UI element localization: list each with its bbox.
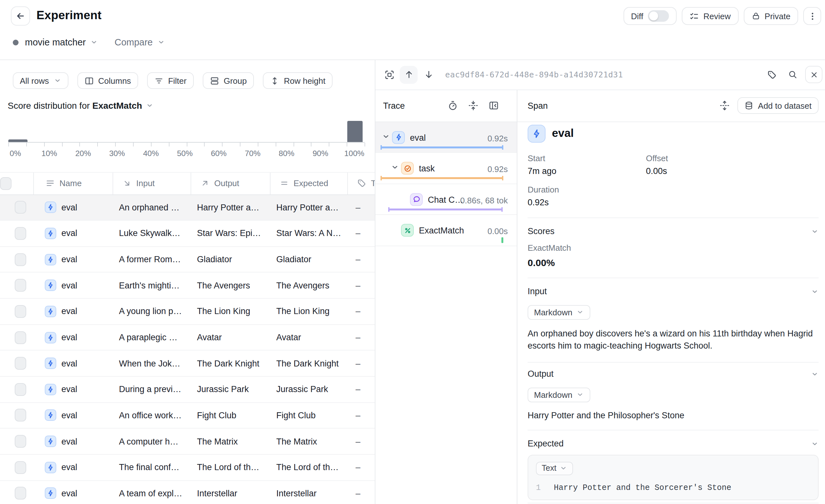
row-checkbox[interactable]: [15, 435, 26, 448]
column-header-output[interactable]: Output: [191, 173, 270, 194]
compare-dropdown[interactable]: Compare: [115, 37, 153, 47]
review-button[interactable]: Review: [682, 7, 738, 25]
row-checkbox[interactable]: [15, 383, 26, 396]
table-row[interactable]: evalAn orphaned …Harry Potter a…Harry Po…: [0, 195, 375, 221]
row-expected: The Avengers: [270, 273, 347, 298]
diff-toggle-switch[interactable]: [648, 10, 669, 22]
trace-span-row-eval[interactable]: eval0.92s: [375, 122, 517, 153]
private-button[interactable]: Private: [743, 7, 798, 25]
previous-row-button[interactable]: [400, 66, 418, 84]
chevron-down-icon: [811, 440, 819, 447]
close-panel-button[interactable]: [805, 66, 822, 83]
toolbar-button-filter[interactable]: Filter: [147, 72, 194, 89]
table-row[interactable]: evalAn office work…Fight ClubFight Club–: [0, 403, 375, 429]
table-row[interactable]: evalA former Rom…GladiatorGladiator–: [0, 247, 375, 273]
tag-button[interactable]: [763, 66, 780, 83]
more-menu-button[interactable]: [803, 7, 821, 25]
search-icon: [788, 70, 798, 80]
expand-fullscreen-button[interactable]: [380, 66, 398, 83]
chevron-down-icon[interactable]: [391, 163, 399, 171]
fold-vertical-icon[interactable]: [468, 100, 478, 111]
row-checkbox[interactable]: [15, 279, 26, 292]
next-row-button[interactable]: [420, 66, 437, 84]
output-section-header[interactable]: Output: [528, 369, 819, 378]
row-checkbox[interactable]: [15, 461, 26, 474]
eval-row-icon: [45, 410, 56, 421]
column-header-tags[interactable]: Tags: [347, 173, 375, 194]
trace-span-row-chat[interactable]: Chat C…0.86s, 68 tok: [375, 184, 517, 215]
toolbar-button-group[interactable]: Group: [203, 72, 253, 89]
status-dot: [13, 39, 18, 45]
axis-tick: [186, 143, 187, 146]
row-tags: –: [347, 273, 375, 298]
table-row[interactable]: evalA young lion p…The Lion KingThe Lion…: [0, 299, 375, 325]
table-row[interactable]: evalA computer h…The MatrixThe Matrix–: [0, 429, 375, 455]
input-section-header[interactable]: Input: [528, 287, 819, 296]
select-all-checkbox[interactable]: [0, 177, 11, 190]
output-format-select[interactable]: Markdown: [528, 387, 590, 402]
row-input: An office work…: [112, 403, 191, 428]
table-row[interactable]: evalDuring a previ…Jurassic ParkJurassic…: [0, 377, 375, 403]
experiment-name-dropdown[interactable]: movie matcher: [25, 37, 86, 47]
expected-section-header[interactable]: Expected: [528, 439, 819, 448]
back-button[interactable]: [11, 6, 30, 25]
column-header-input[interactable]: Input: [112, 173, 191, 194]
results-panel: All rowsColumnsFilterGroupRow height Sco…: [0, 60, 375, 504]
scores-section-header[interactable]: Scores: [528, 227, 819, 236]
chevron-down-icon[interactable]: [157, 39, 165, 46]
row-checkbox[interactable]: [15, 331, 26, 344]
row-checkbox[interactable]: [15, 201, 26, 214]
row-tags: –: [347, 403, 375, 428]
trace-span-row-task[interactable]: task0.92s: [375, 153, 517, 184]
row-expected: Star Wars: A N…: [270, 221, 347, 246]
eval-span-icon: [392, 131, 405, 144]
row-tags: –: [347, 429, 375, 454]
row-name: eval: [61, 489, 77, 498]
table-row[interactable]: evalThe final conf…The Lord of th…The Lo…: [0, 455, 375, 481]
table-row[interactable]: evalLuke Skywalk…Star Wars: Epi…Star War…: [0, 221, 375, 246]
chevron-down-icon: [811, 227, 819, 235]
database-icon: [744, 101, 753, 110]
diff-toggle-button[interactable]: Diff: [623, 7, 677, 25]
row-checkbox[interactable]: [15, 305, 26, 318]
chevron-down-icon[interactable]: [146, 102, 153, 110]
input-format-select[interactable]: Markdown: [528, 305, 590, 319]
collapse-panel-icon[interactable]: [489, 100, 499, 111]
table-header: NameInputOutputExpectedTags: [0, 172, 375, 195]
timer-icon[interactable]: [448, 100, 458, 111]
span-pane-header: Span Add to dataset: [517, 90, 825, 122]
add-to-dataset-button[interactable]: Add to dataset: [737, 97, 819, 114]
eval-row-icon: [45, 436, 56, 447]
table-row[interactable]: evalA paraplegic …AvatarAvatar–: [0, 325, 375, 351]
row-checkbox[interactable]: [15, 253, 26, 266]
histogram-bar[interactable]: [8, 139, 27, 142]
table-row[interactable]: evalWhen the Jok…The Dark KnightThe Dark…: [0, 351, 375, 377]
table-row[interactable]: evalEarth's mighti…The AvengersThe Aveng…: [0, 273, 375, 299]
axis-tick: [44, 143, 45, 146]
axis-tick: [151, 143, 152, 146]
row-output: The Avengers: [191, 273, 270, 298]
column-header-name[interactable]: Name: [33, 173, 112, 194]
axis-tick-label: 50%: [171, 149, 199, 158]
toolbar-button-row-height[interactable]: Row height: [263, 72, 332, 89]
row-checkbox[interactable]: [15, 357, 26, 370]
toolbar-button-columns[interactable]: Columns: [77, 72, 138, 89]
search-button[interactable]: [784, 66, 801, 83]
eval-row-icon: [45, 488, 56, 499]
unfold-vertical-icon[interactable]: [720, 100, 730, 111]
table-row[interactable]: evalA team of expl…InterstellarInterstel…: [0, 481, 375, 504]
trace-span-row-score[interactable]: ExactMatch0.00s: [375, 215, 517, 246]
axis-tick: [133, 143, 134, 146]
row-input: During a previ…: [112, 377, 191, 402]
histogram-bar[interactable]: [347, 121, 363, 142]
row-checkbox[interactable]: [15, 487, 26, 500]
chevron-down-icon[interactable]: [382, 132, 390, 140]
row-checkbox[interactable]: [15, 227, 26, 240]
row-checkbox[interactable]: [15, 409, 26, 422]
line-number: 1: [536, 483, 554, 492]
toolbar-button-all-rows[interactable]: All rows: [13, 72, 68, 89]
column-header-expected[interactable]: Expected: [270, 173, 347, 194]
chevron-down-icon[interactable]: [90, 39, 98, 46]
trace-id: eac9df84-672d-448e-894b-a14d30721d31: [445, 70, 623, 80]
expected-format-select[interactable]: Text: [536, 461, 573, 475]
